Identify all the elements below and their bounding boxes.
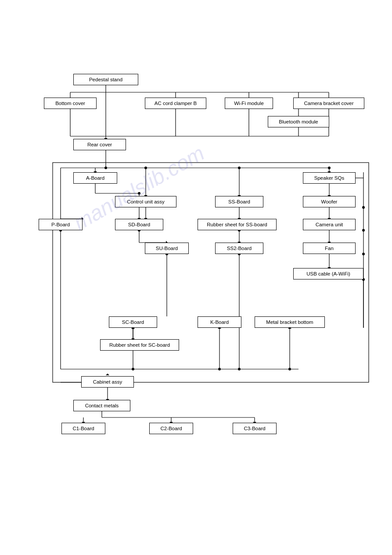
svg-point-69: [218, 368, 221, 370]
rear-cover-box: Rear cover: [73, 139, 126, 150]
sd-board-box: SD-Board: [115, 219, 163, 230]
control-unit-assy-box: Control unit assy: [115, 196, 176, 207]
svg-point-17: [104, 167, 107, 169]
ss2-board-label: SS2-Board: [227, 246, 252, 251]
svg-point-59: [362, 229, 365, 232]
diagram-container: Pedestal stand Bottom cover AC cord clam…: [0, 0, 392, 555]
rubber-ss-board-box: Rubber sheet for SS-board: [198, 219, 277, 230]
metal-bracket-bottom-box: Metal bracket bottom: [255, 316, 325, 328]
camera-unit-box: Camera unit: [303, 219, 356, 230]
su-board-label: SU-Board: [156, 246, 178, 251]
woofer-label: Woofer: [321, 199, 338, 204]
svg-marker-87: [106, 374, 109, 375]
svg-point-20: [328, 167, 331, 169]
cabinet-assy-label: Cabinet assy: [93, 379, 122, 385]
rubber-sc-board-box: Rubber sheet for SC-board: [100, 339, 179, 351]
c1-board-box: C1-Board: [61, 423, 105, 434]
control-unit-label: Control unit assy: [127, 199, 165, 204]
usb-cable-label: USB cable (A-WiFi): [306, 271, 350, 276]
ss-board-box: SS-Board: [215, 196, 263, 207]
c3-board-box: C3-Board: [233, 423, 277, 434]
c2-board-box: C2-Board: [149, 423, 193, 434]
pedestal-stand-box: Pedestal stand: [73, 74, 138, 85]
ac-cord-clamper-box: AC cord clamper B: [145, 98, 206, 109]
sc-board-label: SC-Board: [122, 319, 144, 325]
speaker-sqs-label: Speaker SQs: [314, 175, 344, 181]
wifi-label: Wi-Fi module: [234, 101, 264, 106]
bluetooth-module-box: Bluetooth module: [268, 116, 329, 127]
pedestal-stand-label: Pedestal stand: [89, 77, 122, 82]
cabinet-assy-box: Cabinet assy: [81, 376, 134, 388]
bottom-cover-box: Bottom cover: [44, 98, 97, 109]
ss-board-label: SS-Board: [228, 199, 250, 204]
c3-board-label: C3-Board: [244, 426, 265, 431]
contact-metals-label: Contact metals: [85, 403, 119, 408]
c1-board-label: C1-Board: [72, 426, 94, 431]
p-board-box: P-Board: [39, 219, 83, 230]
svg-point-36: [138, 192, 140, 195]
c2-board-label: C2-Board: [160, 426, 182, 431]
a-board-box: A-Board: [73, 172, 117, 184]
fan-box: Fan: [303, 243, 356, 254]
metal-bracket-label: Metal bracket bottom: [266, 319, 313, 325]
ac-cord-label: AC cord clamper B: [155, 101, 197, 106]
contact-metals-box: Contact metals: [73, 400, 130, 411]
ss2-board-box: SS2-Board: [215, 243, 263, 254]
bluetooth-label: Bluetooth module: [279, 119, 318, 124]
svg-point-19: [238, 167, 241, 169]
svg-point-58: [362, 206, 365, 209]
k-board-label: K-Board: [210, 319, 229, 325]
svg-point-84: [238, 368, 241, 370]
svg-point-18: [144, 167, 147, 169]
camera-unit-label: Camera unit: [316, 222, 343, 227]
p-board-label: P-Board: [51, 222, 70, 227]
sc-board-box: SC-Board: [109, 316, 157, 328]
a-board-label: A-Board: [86, 175, 104, 181]
rear-cover-label: Rear cover: [87, 142, 112, 147]
fan-label: Fan: [325, 246, 334, 251]
wifi-module-box: Wi-Fi module: [225, 98, 273, 109]
woofer-box: Woofer: [303, 196, 356, 207]
camera-bracket-label: Camera bracket cover: [304, 101, 353, 106]
usb-cable-box: USB cable (A-WiFi): [293, 268, 363, 279]
svg-point-68: [132, 368, 134, 370]
bottom-cover-label: Bottom cover: [55, 101, 85, 106]
camera-bracket-cover-box: Camera bracket cover: [293, 98, 364, 109]
k-board-box: K-Board: [198, 316, 241, 328]
svg-point-70: [288, 368, 291, 370]
sd-board-label: SD-Board: [128, 222, 151, 227]
speaker-sqs-box: Speaker SQs: [303, 172, 356, 184]
rubber-sc-board-label: Rubber sheet for SC-board: [109, 342, 170, 348]
svg-point-60: [362, 253, 365, 255]
rubber-ss-board-label: Rubber sheet for SS-board: [207, 222, 267, 227]
su-board-box: SU-Board: [145, 243, 189, 254]
